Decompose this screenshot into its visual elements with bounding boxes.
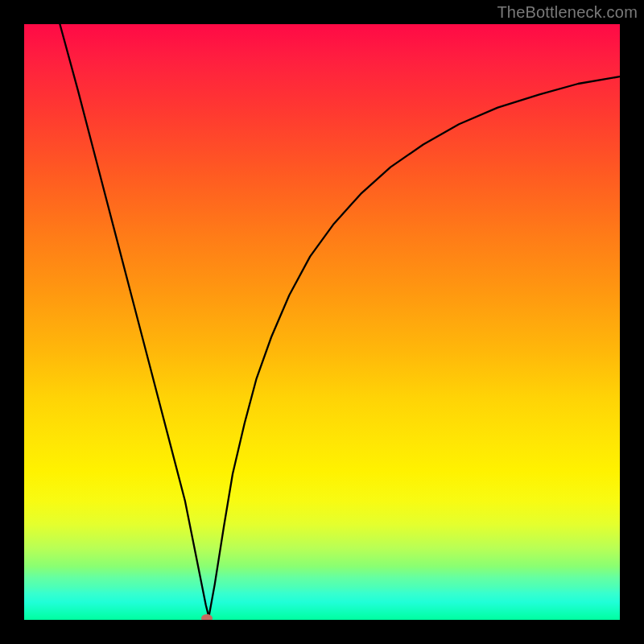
watermark-text: TheBottleneck.com <box>497 3 638 22</box>
min-point-marker <box>201 614 213 620</box>
bottleneck-curve <box>60 24 620 617</box>
chart-frame: TheBottleneck.com <box>0 0 644 644</box>
plot-area <box>24 24 620 620</box>
curve-layer <box>24 24 620 620</box>
